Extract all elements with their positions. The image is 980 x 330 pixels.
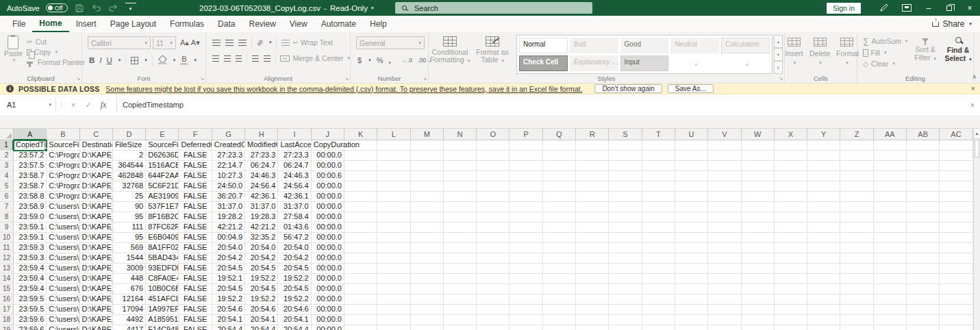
cell-F2[interactable]: FALSE bbox=[179, 151, 212, 161]
tab-view[interactable]: View bbox=[283, 16, 314, 32]
cell-L6[interactable] bbox=[377, 192, 410, 202]
cell-W12[interactable] bbox=[742, 253, 775, 264]
cell-Q1[interactable] bbox=[543, 140, 576, 151]
cell-AC4[interactable] bbox=[940, 171, 972, 181]
pen-icon[interactable] bbox=[872, 0, 895, 16]
cell-R11[interactable] bbox=[576, 243, 609, 253]
cell-R12[interactable] bbox=[576, 253, 609, 264]
cell-style-neutral[interactable]: Neutral bbox=[670, 38, 719, 53]
cell-AB12[interactable] bbox=[907, 253, 940, 264]
column-header-S[interactable]: S bbox=[609, 129, 642, 140]
cell-H8[interactable]: 19:28.3 bbox=[245, 212, 278, 223]
cell-Y18[interactable] bbox=[807, 315, 840, 325]
cell-N17[interactable] bbox=[444, 305, 477, 315]
number-format-select[interactable]: General▾ bbox=[356, 36, 425, 49]
cell-E5[interactable]: 5C6F21DB bbox=[146, 181, 179, 192]
cell-J9[interactable]: 00:00.0 bbox=[312, 223, 344, 233]
cell-B1[interactable]: SourceFile bbox=[47, 140, 79, 151]
merge-center-button[interactable]: Merge & Center▾ bbox=[280, 54, 350, 62]
cell-X15[interactable] bbox=[775, 284, 807, 294]
cell-J5[interactable]: 00:00.0 bbox=[312, 181, 344, 192]
cell-P1[interactable] bbox=[510, 140, 542, 151]
cell-Z16[interactable] bbox=[840, 294, 873, 305]
cell-V12[interactable] bbox=[708, 253, 741, 264]
cell-T8[interactable] bbox=[642, 212, 675, 223]
cell-W13[interactable] bbox=[742, 264, 775, 274]
underline-button[interactable]: U bbox=[107, 56, 112, 64]
cell-N5[interactable] bbox=[444, 181, 477, 192]
cell-A17[interactable]: 23:59.5 bbox=[14, 305, 47, 315]
cell-K10[interactable] bbox=[344, 233, 377, 243]
column-header-U[interactable]: U bbox=[675, 129, 708, 140]
cell-R4[interactable] bbox=[576, 171, 609, 181]
cell-S10[interactable] bbox=[609, 233, 642, 243]
cell-G3[interactable]: 22:14.7 bbox=[212, 161, 245, 171]
autosum-dropdown-icon[interactable]: ▾ bbox=[905, 38, 908, 44]
cell-N3[interactable] bbox=[444, 161, 477, 171]
dont-show-again-button[interactable]: Don't show again bbox=[594, 84, 662, 93]
cell-I3[interactable]: 06:24.7 bbox=[278, 161, 311, 171]
cell-F18[interactable]: FALSE bbox=[179, 315, 212, 325]
cell-I11[interactable]: 20:54.0 bbox=[278, 243, 311, 253]
column-header-K[interactable]: K bbox=[344, 129, 377, 140]
row-header-1[interactable]: 1 bbox=[0, 140, 14, 151]
cell-AA5[interactable] bbox=[874, 181, 907, 192]
cell-S8[interactable] bbox=[609, 212, 642, 223]
cell-S18[interactable] bbox=[609, 315, 642, 325]
cell-V17[interactable] bbox=[708, 305, 741, 315]
cell-A13[interactable]: 23:59.4 bbox=[14, 264, 47, 274]
cell-R2[interactable] bbox=[576, 151, 609, 161]
cell-N19[interactable] bbox=[444, 325, 477, 330]
vertical-scrollbar[interactable]: ▲ bbox=[973, 129, 980, 330]
column-header-AC[interactable]: AC bbox=[940, 129, 972, 140]
cell-G4[interactable]: 10:27.3 bbox=[212, 171, 245, 181]
customize-qat-icon[interactable]: ▾ bbox=[125, 3, 136, 14]
cell-W2[interactable] bbox=[742, 151, 775, 161]
cell-AC13[interactable] bbox=[940, 264, 972, 274]
cell-C13[interactable]: D:\KAPE_t bbox=[80, 264, 113, 274]
cell-X8[interactable] bbox=[775, 212, 807, 223]
cell-M8[interactable] bbox=[411, 212, 444, 223]
cell-AC10[interactable] bbox=[940, 233, 972, 243]
cell-P14[interactable] bbox=[510, 274, 542, 284]
cell-P18[interactable] bbox=[510, 315, 542, 325]
cell-H12[interactable]: 20:54.2 bbox=[245, 253, 278, 264]
cell-X1[interactable] bbox=[775, 140, 807, 151]
cell-Y7[interactable] bbox=[807, 202, 840, 212]
cell-B11[interactable]: C:\users\j bbox=[47, 243, 79, 253]
font-name-select[interactable]: Calibri▾ bbox=[88, 36, 151, 49]
cell-style-normal[interactable]: Normal bbox=[519, 38, 568, 53]
tab-file[interactable]: File bbox=[5, 16, 32, 32]
cell-L10[interactable] bbox=[377, 233, 410, 243]
cell-A9[interactable]: 23:59.1 bbox=[14, 223, 47, 233]
cell-K8[interactable] bbox=[344, 212, 377, 223]
cell-S15[interactable] bbox=[609, 284, 642, 294]
row-header-3[interactable]: 3 bbox=[0, 161, 14, 171]
row-header-4[interactable]: 4 bbox=[0, 171, 14, 181]
cell-M17[interactable] bbox=[411, 305, 444, 315]
cell-E1[interactable]: SourceFileSha1 bbox=[146, 140, 179, 151]
cell-J15[interactable]: 00:00.0 bbox=[312, 284, 344, 294]
cell-AA8[interactable] bbox=[874, 212, 907, 223]
cell-K4[interactable] bbox=[344, 171, 377, 181]
row-header-12[interactable]: 12 bbox=[0, 253, 14, 264]
cell-T1[interactable] bbox=[642, 140, 675, 151]
cell-Q6[interactable] bbox=[543, 192, 576, 202]
cell-E13[interactable]: 93EDFDED bbox=[146, 264, 179, 274]
cell-B14[interactable]: C:\users\j bbox=[47, 274, 79, 284]
orientation-button[interactable]: ab bbox=[255, 38, 264, 47]
cell-B2[interactable]: C:\Program bbox=[47, 151, 79, 161]
cell-F1[interactable]: DeferredCopy bbox=[179, 140, 212, 151]
cell-P12[interactable] bbox=[510, 253, 542, 264]
cell-X12[interactable] bbox=[775, 253, 807, 264]
column-header-A[interactable]: A bbox=[14, 129, 47, 140]
cell-E10[interactable]: E6B04096E bbox=[146, 233, 179, 243]
cell-U19[interactable] bbox=[675, 325, 708, 330]
cell-Y11[interactable] bbox=[807, 243, 840, 253]
cell-B17[interactable]: C:\users\j bbox=[47, 305, 79, 315]
cell-J3[interactable]: 00:00.0 bbox=[312, 161, 344, 171]
cell-Z14[interactable] bbox=[840, 274, 873, 284]
cell-L15[interactable] bbox=[377, 284, 410, 294]
cell-I12[interactable]: 20:54.2 bbox=[278, 253, 311, 264]
cell-E16[interactable]: 451AFC839 bbox=[146, 294, 179, 305]
